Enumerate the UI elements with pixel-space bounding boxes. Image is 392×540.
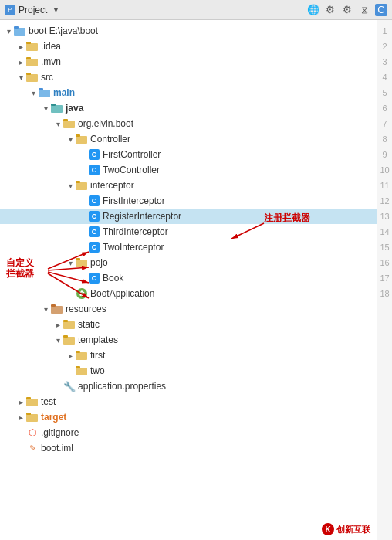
svg-rect-20 — [51, 306, 63, 314]
tree-item-label-registerinterceptor: RegisterInterceptor — [103, 211, 181, 222]
caret-right-icon: ▸ — [15, 398, 26, 406]
tree-item-static[interactable]: ▸static — [0, 317, 377, 332]
tree-item-label-mvn: .mvn — [41, 56, 61, 67]
svg-rect-18 — [76, 260, 87, 267]
line-number-2: 2 — [377, 39, 392, 54]
title-bar-left: P Project ▼ — [5, 5, 61, 15]
svg-rect-13 — [63, 119, 68, 121]
tree-item-templates[interactable]: ▾templates — [0, 332, 377, 348]
caret-down-icon: ▾ — [28, 89, 39, 97]
tree-item-resources[interactable]: ▾resources — [0, 301, 377, 317]
tree-item-mvn[interactable]: ▸.mvn — [0, 54, 377, 70]
tree-item-label-test: test — [41, 396, 56, 407]
tree-item-label-twointerceptor: TwoInterceptor — [103, 242, 164, 253]
tree-item-thirdinterceptor[interactable]: CThirdInterceptor — [0, 224, 377, 239]
tree-item-pojo[interactable]: ▾pojo — [0, 255, 377, 270]
tree-item-main[interactable]: ▾main — [0, 85, 377, 100]
svg-rect-3 — [26, 42, 31, 44]
watermark-icon: K — [322, 523, 334, 535]
tree-item-two[interactable]: two — [0, 363, 377, 379]
line-number-14: 14 — [377, 224, 392, 239]
class-blue-icon: C — [88, 210, 100, 222]
line-number-11: 11 — [377, 178, 392, 193]
tree-item-src[interactable]: ▾src — [0, 70, 377, 85]
tree-item-idea[interactable]: ▸.idea — [0, 39, 377, 54]
tree-item-twocontroller[interactable]: CTwoController — [0, 162, 377, 178]
tree-item-registerinterceptor[interactable]: CRegisterInterceptor — [0, 209, 377, 224]
collapse-icon[interactable]: C — [375, 4, 387, 16]
tree-item-label-first: first — [90, 350, 105, 361]
folder-blue-icon — [39, 87, 51, 99]
svg-rect-28 — [76, 368, 87, 375]
class-blue-icon: C — [88, 226, 100, 238]
svg-rect-21 — [51, 304, 56, 307]
svg-rect-1 — [14, 26, 19, 29]
globe-icon[interactable]: 🌐 — [307, 4, 319, 16]
line-number-6: 6 — [377, 100, 392, 116]
tree-item-target[interactable]: ▸target — [0, 409, 377, 425]
title-bar-title: Project — [19, 5, 47, 15]
folder-yellow-icon — [63, 334, 76, 346]
tree-item-label-bootml: boot.iml — [41, 443, 73, 453]
caret-down-icon: ▾ — [15, 73, 26, 82]
tree-item-twointerceptor[interactable]: CTwoInterceptor — [0, 239, 377, 255]
folder-yellow-icon — [26, 56, 39, 68]
tree-item-org[interactable]: ▾org.elvin.boot — [0, 116, 377, 131]
tree-item-first[interactable]: ▸first — [0, 348, 377, 363]
class-blue-icon: C — [88, 148, 100, 161]
tree-item-label-boot: boot E:\java\boot — [29, 25, 98, 36]
line-number-7: 7 — [377, 116, 392, 131]
caret-down-icon: ▾ — [65, 259, 76, 267]
tree-item-firstcontroller[interactable]: CFirstController — [0, 147, 377, 162]
title-bar: P Project ▼ 🌐 ⚙ ⚙ ⧖ C — [0, 0, 392, 20]
tree-item-label-firstcontroller: FirstController — [103, 149, 161, 160]
tree-item-book[interactable]: CBook — [0, 270, 377, 286]
caret-down-icon: ▾ — [40, 104, 51, 113]
tree-item-boot[interactable]: ▾boot E:\java\boot — [0, 23, 377, 39]
folder-brown-icon — [51, 303, 63, 315]
svg-rect-12 — [63, 121, 75, 128]
vertical-split-icon[interactable]: ⧖ — [358, 4, 370, 16]
line-number-13: 13 — [377, 209, 392, 224]
caret-down-icon: ▾ — [3, 27, 14, 36]
svg-rect-27 — [76, 351, 80, 353]
main-area: ▾boot E:\java\boot▸.idea▸.mvn▾src▾main▾j… — [0, 20, 392, 540]
svg-rect-14 — [76, 136, 87, 144]
tree-item-firstinterceptor[interactable]: CFirstInterceptor — [0, 193, 377, 209]
caret-down-icon: ▾ — [40, 305, 51, 314]
folder-yellow-icon — [26, 396, 39, 408]
tree-item-label-book: Book — [103, 273, 123, 284]
tree-item-java[interactable]: ▾java — [0, 100, 377, 116]
folder-yellow-icon — [76, 365, 88, 377]
title-dropdown-arrow[interactable]: ▼ — [50, 5, 61, 14]
caret-right-icon: ▸ — [52, 321, 63, 329]
svg-rect-30 — [26, 399, 38, 406]
line-number-9: 9 — [377, 147, 392, 162]
folder-yellow-icon — [63, 318, 76, 331]
tree-item-label-idea: .idea — [41, 41, 61, 52]
svg-rect-33 — [26, 413, 31, 415]
folder-yellow-icon — [76, 179, 88, 192]
folder-yellow-icon — [26, 411, 39, 423]
settings2-icon[interactable]: ⚙ — [341, 4, 353, 16]
gear-icon[interactable]: ⚙ — [324, 4, 336, 16]
tree-item-bootapplication[interactable]: ✿BootApplication — [0, 286, 377, 301]
file-prop-icon: 🔧 — [63, 380, 76, 392]
svg-rect-24 — [63, 337, 75, 345]
tree-item-test[interactable]: ▸test — [0, 394, 377, 409]
caret-right-icon: ▸ — [15, 58, 26, 66]
tree-item-gitignore[interactable]: ⬡.gitignore — [0, 425, 377, 440]
svg-rect-16 — [76, 182, 87, 190]
tree-item-label-bootapplication: BootApplication — [90, 288, 154, 299]
tree-item-appprops[interactable]: 🔧application.properties — [0, 379, 377, 394]
line-number-3: 3 — [377, 54, 392, 70]
svg-rect-17 — [76, 181, 80, 183]
tree-item-label-controller: Controller — [90, 134, 130, 144]
tree-item-controller[interactable]: ▾Controller — [0, 131, 377, 147]
svg-rect-10 — [51, 105, 63, 113]
folder-yellow-icon — [63, 117, 76, 130]
line-number-1: 1 — [377, 23, 392, 39]
tree-item-interceptor[interactable]: ▾interceptor — [0, 178, 377, 193]
folder-teal-icon — [51, 102, 63, 114]
tree-item-bootml[interactable]: ✎boot.iml — [0, 440, 377, 456]
